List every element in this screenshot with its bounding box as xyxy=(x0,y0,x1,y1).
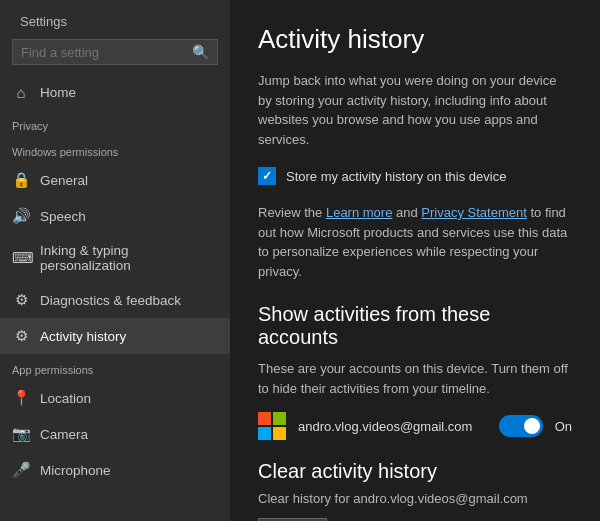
show-activities-heading: Show activities from these accounts xyxy=(258,303,572,349)
microsoft-logo xyxy=(258,412,286,440)
ms-logo-green xyxy=(273,412,286,425)
sidebar-item-activity-label: Activity history xyxy=(40,329,126,344)
lock-icon: 🔒 xyxy=(12,171,30,189)
store-history-checkbox[interactable] xyxy=(258,167,276,185)
clear-desc: Clear history for andro.vlog.videos@gmai… xyxy=(258,491,572,506)
settings-label: Settings xyxy=(12,8,218,33)
diagnostics-icon: ⚙ xyxy=(12,291,30,309)
search-box[interactable]: 🔍 xyxy=(12,39,218,65)
sidebar-item-microphone-label: Microphone xyxy=(40,463,111,478)
sidebar-item-camera[interactable]: 📷 Camera xyxy=(0,416,230,452)
activity-icon: ⚙ xyxy=(12,327,30,345)
store-history-label: Store my activity history on this device xyxy=(286,169,506,184)
sidebar-item-diagnostics-label: Diagnostics & feedback xyxy=(40,293,181,308)
toggle-on-label: On xyxy=(555,419,572,434)
speech-icon: 🔊 xyxy=(12,207,30,225)
privacy-section-label: Privacy xyxy=(0,110,230,136)
ms-logo-blue xyxy=(258,427,271,440)
sidebar-item-inking-label: Inking & typing personalization xyxy=(40,243,218,273)
sidebar-item-location-label: Location xyxy=(40,391,91,406)
sidebar-item-general-label: General xyxy=(40,173,88,188)
sidebar-nav: ⌂ Home Privacy Windows permissions 🔒 Gen… xyxy=(0,75,230,488)
microphone-icon: 🎤 xyxy=(12,461,30,479)
sidebar-item-camera-label: Camera xyxy=(40,427,88,442)
home-icon: ⌂ xyxy=(12,84,30,101)
sidebar-item-inking[interactable]: ⌨ Inking & typing personalization xyxy=(0,234,230,282)
keyboard-icon: ⌨ xyxy=(12,249,30,267)
search-icon: 🔍 xyxy=(192,44,209,60)
main-content: Activity history Jump back into what you… xyxy=(230,0,600,521)
sidebar-item-home-label: Home xyxy=(40,85,76,100)
sidebar-item-speech-label: Speech xyxy=(40,209,86,224)
location-icon: 📍 xyxy=(12,389,30,407)
store-history-row[interactable]: Store my activity history on this device xyxy=(258,167,572,185)
sidebar-item-home[interactable]: ⌂ Home xyxy=(0,75,230,110)
account-email: andro.vlog.videos@gmail.com xyxy=(298,419,487,434)
account-toggle[interactable] xyxy=(499,415,543,437)
ms-logo-red xyxy=(258,412,271,425)
search-input[interactable] xyxy=(21,45,192,60)
learn-more-link[interactable]: Learn more xyxy=(326,205,392,220)
windows-permissions-label: Windows permissions xyxy=(0,136,230,162)
account-row: andro.vlog.videos@gmail.com On xyxy=(258,412,572,440)
privacy-statement-link[interactable]: Privacy Statement xyxy=(421,205,527,220)
page-title: Activity history xyxy=(258,24,572,55)
ms-logo-yellow xyxy=(273,427,286,440)
app-permissions-label: App permissions xyxy=(0,354,230,380)
sidebar: Settings 🔍 ⌂ Home Privacy Windows permis… xyxy=(0,0,230,521)
accounts-desc: These are your accounts on this device. … xyxy=(258,359,572,398)
description: Jump back into what you were doing on yo… xyxy=(258,71,572,149)
sidebar-item-microphone[interactable]: 🎤 Microphone xyxy=(0,452,230,488)
privacy-note: Review the Learn more and Privacy Statem… xyxy=(258,203,572,281)
sidebar-item-diagnostics[interactable]: ⚙ Diagnostics & feedback xyxy=(0,282,230,318)
sidebar-item-general[interactable]: 🔒 General xyxy=(0,162,230,198)
sidebar-top: Settings 🔍 xyxy=(0,0,230,75)
camera-icon: 📷 xyxy=(12,425,30,443)
sidebar-item-speech[interactable]: 🔊 Speech xyxy=(0,198,230,234)
sidebar-item-activity[interactable]: ⚙ Activity history xyxy=(0,318,230,354)
clear-history-heading: Clear activity history xyxy=(258,460,572,483)
sidebar-item-location[interactable]: 📍 Location xyxy=(0,380,230,416)
